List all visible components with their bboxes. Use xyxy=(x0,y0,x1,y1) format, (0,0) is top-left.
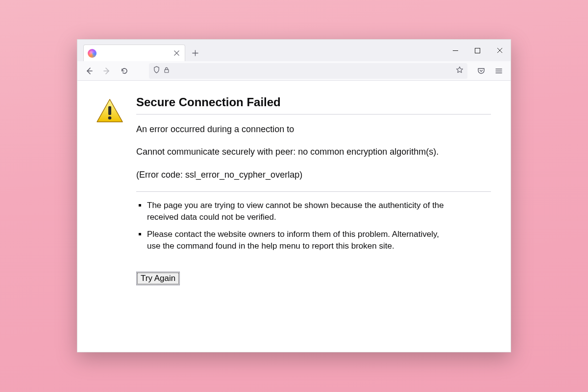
svg-point-3 xyxy=(108,116,112,120)
svg-rect-0 xyxy=(475,48,480,53)
tracking-shield-icon[interactable] xyxy=(153,66,160,75)
navigation-toolbar xyxy=(77,61,511,81)
warning-icon xyxy=(96,98,123,126)
reload-button[interactable] xyxy=(117,63,132,79)
page-content: Secure Connection Failed An error occurr… xyxy=(77,81,511,352)
url-bar[interactable] xyxy=(149,63,467,79)
error-body: Secure Connection Failed An error occurr… xyxy=(136,95,491,285)
pocket-button[interactable] xyxy=(473,63,489,79)
error-heading: Secure Connection Failed xyxy=(136,95,491,115)
titlebar xyxy=(77,40,511,61)
error-line-2: Cannot communicate securely with peer: n… xyxy=(136,146,491,158)
bookmark-star-icon[interactable] xyxy=(456,66,464,76)
try-again-button[interactable]: Try Again xyxy=(136,272,180,285)
svg-rect-2 xyxy=(108,106,111,115)
app-menu-button[interactable] xyxy=(491,63,507,79)
window-controls xyxy=(444,40,511,61)
back-button[interactable] xyxy=(81,63,97,79)
lock-icon[interactable] xyxy=(163,67,170,75)
close-window-button[interactable] xyxy=(489,40,511,61)
forward-button[interactable] xyxy=(99,63,115,79)
tab-close-button[interactable] xyxy=(172,49,181,58)
error-bullet-list: The page you are trying to view cannot b… xyxy=(136,200,491,252)
firefox-favicon xyxy=(88,49,97,58)
browser-window: Secure Connection Failed An error occurr… xyxy=(77,39,511,352)
minimize-button[interactable] xyxy=(444,40,466,61)
svg-rect-1 xyxy=(165,69,169,72)
divider xyxy=(136,191,491,192)
error-bullet: The page you are trying to view cannot b… xyxy=(147,200,451,223)
error-line-1: An error occurred during a connection to xyxy=(136,123,491,135)
new-tab-button[interactable] xyxy=(188,46,202,60)
error-code: (Error code: ssl_error_no_cypher_overlap… xyxy=(136,169,491,181)
browser-tab[interactable] xyxy=(83,45,185,61)
error-bullet: Please contact the website owners to inf… xyxy=(147,229,451,252)
maximize-button[interactable] xyxy=(466,40,489,61)
